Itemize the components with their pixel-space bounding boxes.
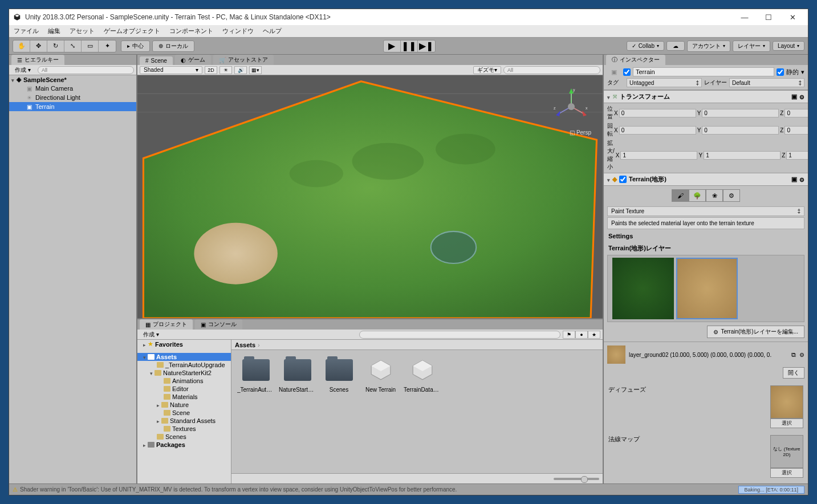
- cloud-button[interactable]: ☁: [666, 41, 685, 51]
- layer-dropdown[interactable]: Default‡: [729, 78, 804, 87]
- tree-item[interactable]: Scene: [137, 409, 231, 417]
- tag-dropdown[interactable]: Untagged‡: [627, 78, 702, 87]
- terrain-layer-sand[interactable]: [676, 258, 738, 319]
- help-icon[interactable]: ▣: [791, 176, 797, 183]
- favorites-row[interactable]: ★ Favorites: [137, 340, 231, 348]
- terrain-component-header[interactable]: ◆ Terrain(地形) ▣: [604, 173, 808, 186]
- rot-y-input[interactable]: [702, 126, 779, 135]
- account-dropdown[interactable]: アカウント: [687, 40, 730, 52]
- menu-help[interactable]: ヘルプ: [258, 25, 286, 37]
- orientation-gizmo[interactable]: y x z: [551, 87, 591, 127]
- hierarchy-search-input[interactable]: [38, 66, 134, 74]
- minimize-button[interactable]: —: [733, 9, 757, 25]
- rot-z-input[interactable]: [785, 126, 808, 135]
- terrain-layer-grass[interactable]: [612, 258, 674, 319]
- rot-x-input[interactable]: [619, 126, 696, 135]
- pivot-center-button[interactable]: ▸ 中心: [121, 40, 150, 52]
- hierarchy-tab[interactable]: ☰ ヒエラルキー: [11, 55, 64, 65]
- move-tool-button[interactable]: ✥: [30, 40, 47, 52]
- asset-folder[interactable]: _TerrainAutoU...: [237, 356, 274, 393]
- audio-toggle[interactable]: 🔊: [234, 66, 247, 74]
- tree-item[interactable]: Textures: [137, 425, 231, 433]
- lighting-toggle[interactable]: ☀: [220, 66, 232, 74]
- filter-icon[interactable]: ⚑: [563, 331, 575, 339]
- settings-icon[interactable]: [799, 94, 804, 100]
- details-tool-button[interactable]: ❀: [706, 189, 723, 202]
- normal-texture-slot[interactable]: なし (Texture 2D): [770, 435, 803, 468]
- project-search-input[interactable]: [359, 331, 560, 339]
- favorite-icon[interactable]: ★: [588, 331, 600, 339]
- menu-assets[interactable]: アセット: [65, 25, 99, 37]
- fx-toggle[interactable]: ▦▾: [249, 66, 262, 74]
- settings-icon[interactable]: [799, 176, 804, 183]
- diffuse-texture-slot[interactable]: [770, 385, 803, 418]
- gizmos-dropdown[interactable]: ギズモ ▾: [473, 66, 501, 74]
- hand-tool-button[interactable]: ✋: [13, 40, 30, 52]
- tree-item[interactable]: Scenes: [137, 433, 231, 441]
- static-checkbox[interactable]: [777, 68, 784, 76]
- layout-dropdown[interactable]: Layout: [773, 41, 804, 51]
- breadcrumb-item[interactable]: Assets: [235, 342, 255, 348]
- pivot-local-button[interactable]: ⊕ ローカル: [152, 40, 194, 52]
- 2d-toggle[interactable]: 2D: [205, 66, 217, 74]
- packages-row[interactable]: Packages: [137, 441, 231, 449]
- hierarchy-scene-row[interactable]: ◈ SampleScene*: [9, 75, 136, 84]
- close-button[interactable]: ✕: [781, 9, 804, 25]
- menu-window[interactable]: ウィンドウ: [218, 25, 258, 37]
- gameobject-name-input[interactable]: [633, 67, 774, 76]
- paint-tool-button[interactable]: 🖌: [672, 189, 689, 202]
- project-tab[interactable]: ▦ プロジェクト: [140, 319, 193, 330]
- menu-gameobject[interactable]: ゲームオブジェクト: [99, 25, 165, 37]
- collab-dropdown[interactable]: ✓ Collab: [627, 41, 664, 51]
- asset-prefab[interactable]: TerrainData_b...: [404, 356, 441, 393]
- scale-y-input[interactable]: [704, 151, 781, 160]
- paint-mode-dropdown[interactable]: Paint Texture‡: [607, 206, 804, 216]
- console-tab[interactable]: ▣ コンソール: [195, 319, 242, 330]
- tree-item[interactable]: Editor: [137, 385, 231, 393]
- asset-folder[interactable]: Scenes: [320, 356, 357, 393]
- tree-item[interactable]: NatureStarterKit2: [137, 369, 231, 377]
- transform-tool-button[interactable]: ✦: [99, 40, 116, 52]
- tree-item[interactable]: Animations: [137, 377, 231, 385]
- menu-edit[interactable]: 編集: [43, 25, 65, 37]
- rotate-tool-button[interactable]: ↻: [47, 40, 64, 52]
- scene-search-input[interactable]: [503, 66, 600, 74]
- menu-file[interactable]: ファイル: [9, 25, 43, 37]
- perspective-label[interactable]: ◱ Persp: [570, 129, 591, 136]
- play-button[interactable]: ▶: [384, 40, 401, 52]
- diffuse-select-button[interactable]: 選択: [770, 418, 803, 428]
- shading-dropdown[interactable]: Shaded▾: [140, 66, 202, 74]
- scene-viewport[interactable]: y x z ◱ Persp: [137, 75, 603, 318]
- step-button[interactable]: ▶❚: [418, 40, 435, 52]
- help-icon[interactable]: ⧉: [791, 351, 796, 359]
- trees-tool-button[interactable]: 🌳: [689, 189, 706, 202]
- menu-component[interactable]: コンポーネント: [165, 25, 218, 37]
- hierarchy-item-camera[interactable]: ▣Main Camera: [9, 84, 136, 93]
- hierarchy-item-light[interactable]: ☀Directional Light: [9, 93, 136, 102]
- status-message[interactable]: Shader warning in 'Toon/Basic': Use of U…: [20, 486, 457, 493]
- rect-tool-button[interactable]: ▭: [82, 40, 99, 52]
- pause-button[interactable]: ❚❚: [401, 40, 418, 52]
- scale-z-input[interactable]: [786, 151, 808, 160]
- asset-prefab[interactable]: New Terrain: [362, 356, 399, 393]
- tree-item[interactable]: Materials: [137, 393, 231, 401]
- inspector-tab[interactable]: ⓘ インスペクター: [606, 55, 665, 65]
- scene-tab[interactable]: # Scene: [140, 56, 173, 65]
- game-tab[interactable]: ◐ ゲーム: [175, 55, 211, 65]
- layers-dropdown[interactable]: レイヤー: [733, 40, 770, 52]
- hierarchy-item-terrain[interactable]: ▣Terrain: [9, 102, 136, 111]
- maximize-button[interactable]: ☐: [757, 9, 781, 25]
- tree-item[interactable]: Standard Assets: [137, 417, 231, 425]
- settings-tool-button[interactable]: ⚙: [723, 189, 740, 202]
- pos-x-input[interactable]: [619, 109, 696, 117]
- help-icon[interactable]: ▣: [791, 93, 797, 100]
- pos-y-input[interactable]: [702, 109, 779, 117]
- pos-z-input[interactable]: [785, 109, 808, 117]
- edit-layers-button[interactable]: ⚙ Terrain(地形)レイヤーを編集...: [707, 326, 804, 338]
- settings-icon[interactable]: [799, 351, 804, 358]
- transform-component-header[interactable]: ⤧ トランスフォーム ▣: [604, 90, 808, 103]
- tree-item[interactable]: _TerrainAutoUpgrade: [137, 361, 231, 369]
- gameobject-enabled-checkbox[interactable]: [623, 68, 631, 76]
- scale-x-input[interactable]: [620, 151, 697, 160]
- normal-select-button[interactable]: 選択: [770, 468, 803, 478]
